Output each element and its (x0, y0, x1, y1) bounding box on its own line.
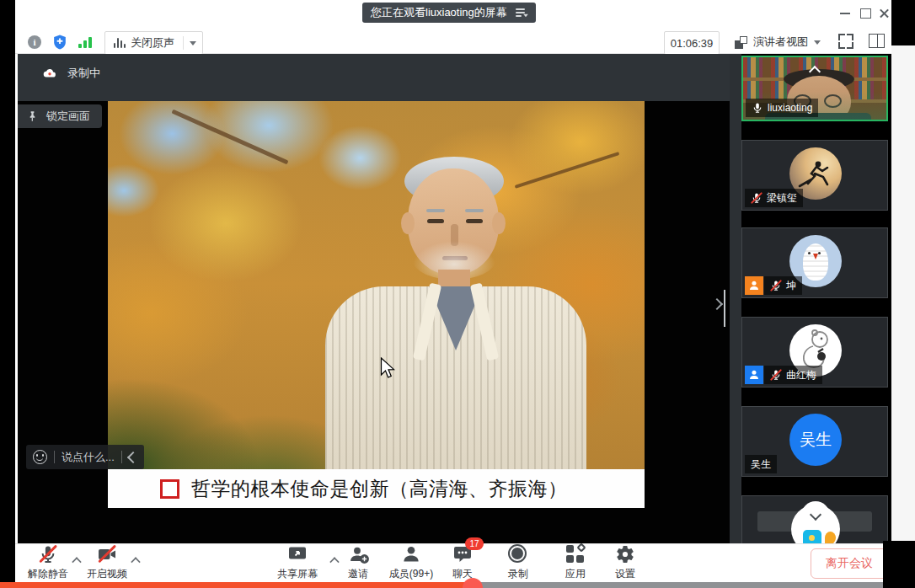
invite-button[interactable] (348, 544, 368, 564)
shared-screen-area: 录制中 锁定画面 哲学 (18, 54, 730, 543)
video-options-chevron[interactable] (131, 554, 140, 569)
tree-branch (171, 110, 288, 165)
leave-meeting-button[interactable]: 离开会议 (811, 548, 888, 579)
chevron-down-icon (814, 40, 821, 45)
participant-tile[interactable] (741, 495, 888, 543)
plus-circle-icon (359, 553, 370, 564)
screen-watch-title: 您正在观看liuxiaoting的屏幕 (371, 5, 507, 20)
audio-wave-icon (114, 37, 126, 49)
view-mode-switcher[interactable]: 演讲者视图 (735, 31, 821, 53)
man-eye (466, 219, 483, 223)
audio-options-chevron[interactable] (72, 554, 81, 569)
mic-on-icon (752, 102, 763, 114)
person-badge-icon (745, 276, 763, 295)
original-sound-button[interactable]: 关闭原声 (105, 35, 183, 51)
start-video-button[interactable] (97, 544, 117, 564)
side-by-side-layout-button[interactable] (869, 34, 885, 48)
logo-dot (809, 535, 815, 541)
nameplate: 吴生 (745, 455, 777, 473)
tree-branch (515, 152, 620, 189)
scroll-participants-down-button[interactable] (801, 501, 830, 530)
apps-button[interactable] (565, 544, 586, 564)
pin-view-button[interactable]: 锁定画面 (18, 104, 102, 128)
banner-menu-icon[interactable] (516, 8, 527, 17)
man-eyebrow (465, 209, 484, 212)
participant-tile[interactable]: 吴生 吴生 (741, 406, 888, 477)
nameplate: liuxiaoting (746, 99, 818, 117)
mic-muted-icon (770, 280, 782, 291)
invite-label[interactable]: 邀请 (348, 567, 368, 581)
meeting-timer: 01:06:39 (664, 31, 720, 55)
window-maximize-button[interactable] (856, 7, 875, 20)
share-screen-label[interactable]: 共享屏幕 (277, 567, 318, 581)
man-eye (427, 219, 444, 223)
recording-indicator: 录制中 (40, 66, 100, 81)
mic-muted-icon (751, 192, 762, 204)
participant-name: 曲红梅 (786, 368, 816, 382)
share-options-chevron[interactable] (330, 554, 339, 569)
slide-caption-bar: 哲学的根本使命是创新（高清海、齐振海） (108, 469, 645, 508)
network-signal-icon (78, 37, 94, 48)
share-header-strip (18, 54, 730, 101)
window-close-button[interactable] (875, 7, 893, 20)
share-screen-button[interactable] (287, 544, 308, 564)
background-window (891, 45, 915, 541)
original-sound-dropdown[interactable] (184, 41, 202, 45)
red-square-bullet-icon (160, 479, 179, 499)
man-ear (492, 212, 506, 234)
taskbar-strip (474, 582, 883, 588)
participant-name: 吴生 (751, 457, 771, 472)
share-border-strip (0, 582, 474, 588)
nameplate: 曲红梅 (745, 366, 822, 384)
record-label[interactable]: 录制 (508, 567, 528, 581)
original-sound-control: 关闭原声 (104, 31, 203, 55)
unmute-button[interactable] (38, 544, 58, 564)
participant-tile-liuxiaoting[interactable]: liuxiaoting (741, 56, 888, 121)
divider (121, 451, 122, 463)
screen-watch-banner: 您正在观看liuxiaoting的屏幕 (362, 3, 536, 23)
pin-label: 锁定画面 (46, 109, 90, 124)
window-minimize-button[interactable] (836, 7, 854, 20)
man-eyebrow (426, 209, 445, 212)
person-badge-icon (745, 366, 763, 384)
shared-slide-photo: 哲学的根本使命是创新（高清海、齐振海） (108, 101, 645, 508)
sidebar-drag-handle[interactable] (724, 290, 730, 327)
owl-eye (808, 252, 811, 254)
divider (54, 451, 55, 463)
view-mode-label: 演讲者视图 (753, 35, 808, 50)
mic-muted-icon (770, 369, 782, 381)
members-label[interactable]: 成员(99+) (389, 567, 433, 581)
emoji-icon[interactable] (33, 450, 47, 464)
participant-tile[interactable]: 梁镇玺 (741, 140, 888, 211)
fullscreen-button[interactable] (838, 34, 853, 49)
avatar-initials: 吴生 (789, 414, 842, 466)
participant-tile[interactable]: 曲红梅 (741, 317, 888, 388)
members-button[interactable] (401, 544, 421, 564)
next-page-arrow[interactable] (713, 297, 721, 312)
owl-eye (818, 252, 821, 254)
start-video-label[interactable]: 开启视频 (87, 567, 127, 581)
sidebar-splitter[interactable] (730, 54, 741, 543)
logo-orange-blob (825, 532, 836, 543)
meeting-info-icon[interactable]: i (28, 35, 41, 49)
settings-label[interactable]: 设置 (615, 567, 635, 581)
apps-label[interactable]: 应用 (565, 567, 586, 581)
settings-button[interactable] (615, 544, 635, 564)
recording-label: 录制中 (67, 66, 100, 81)
participant-name: 梁镇玺 (767, 191, 797, 206)
slide-caption-text: 哲学的根本使命是创新（高清海、齐振海） (191, 476, 568, 502)
unmute-label[interactable]: 解除静音 (28, 567, 68, 581)
pin-icon (26, 110, 39, 123)
owl-body (803, 243, 828, 281)
nameplate: 坤 (745, 276, 802, 295)
participant-tile[interactable]: 坤 (741, 227, 888, 298)
security-shield-icon[interactable] (51, 34, 68, 51)
participant-name: 坤 (786, 279, 796, 293)
collapse-chat-icon[interactable] (127, 451, 139, 462)
chat-input-placeholder[interactable]: 说点什么... (62, 450, 115, 465)
record-button[interactable] (508, 544, 528, 564)
quick-chat-bar[interactable]: 说点什么... (26, 445, 144, 469)
collapse-videos-icon[interactable] (811, 64, 819, 79)
participant-name: liuxiaoting (768, 102, 812, 114)
desktop-corner (883, 541, 915, 588)
